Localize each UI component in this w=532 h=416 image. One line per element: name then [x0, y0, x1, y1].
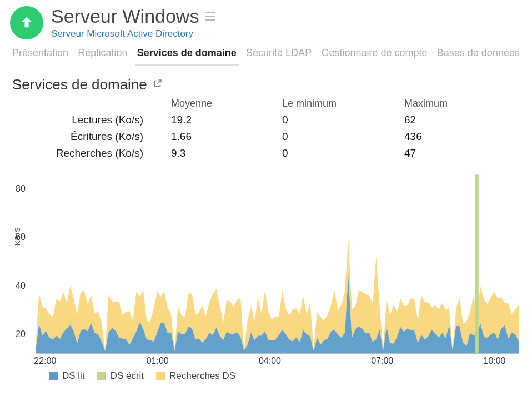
- tab-databases[interactable]: Bases de données: [435, 45, 522, 64]
- ytick: 60: [16, 232, 26, 242]
- row-search-label: Recherches (Ko/s): [10, 147, 171, 159]
- popout-icon[interactable]: [153, 78, 163, 91]
- legend-search: Recherches DS: [156, 370, 235, 382]
- ytick: 40: [16, 281, 26, 291]
- ytick: 80: [16, 184, 26, 194]
- row-reads-avg: 19.2: [171, 114, 282, 126]
- subtitle-link[interactable]: Serveur Microsoft Active Directory: [51, 28, 215, 39]
- legend-swatch-search: [156, 372, 165, 380]
- xtick: 01:00: [147, 356, 169, 366]
- xtick: 07:00: [371, 356, 393, 366]
- legend: DS lit DS écrit Recherches DS: [49, 370, 522, 382]
- legend-swatch-writes: [97, 372, 106, 380]
- chart-svg: [36, 165, 519, 353]
- row-search-max: 47: [404, 147, 515, 159]
- chart: KB/S 20406080: [36, 165, 519, 354]
- tab-ldap-security[interactable]: Sécurité LDAP: [244, 45, 314, 64]
- col-min: Le minimum: [282, 98, 404, 109]
- row-reads-label: Lectures (Ko/s): [10, 114, 171, 126]
- section-title: Services de domaine: [12, 76, 147, 93]
- col-max: Maximum: [404, 98, 515, 109]
- tab-account-manager[interactable]: Gestionnaire de compte: [319, 45, 429, 64]
- row-search-min: 0: [282, 147, 404, 159]
- svg-rect-0: [475, 174, 479, 353]
- stats-table: Moyenne Le minimum Maximum Lectures (Ko/…: [10, 98, 522, 159]
- tab-domain-services[interactable]: Services de domaine: [135, 45, 239, 66]
- row-search-avg: 9.3: [171, 147, 282, 159]
- page-title: Serveur Windows: [51, 6, 199, 27]
- status-up-icon: [10, 6, 43, 39]
- xtick: 22:00: [34, 356, 56, 366]
- tab-bar: Présentation Réplication Services de dom…: [10, 45, 522, 66]
- row-writes-min: 0: [282, 131, 404, 143]
- row-writes-avg: 1.66: [171, 131, 282, 143]
- row-reads-min: 0: [282, 114, 404, 126]
- xtick: 10:00: [483, 356, 505, 366]
- legend-reads-label: DS lit: [62, 370, 85, 382]
- legend-writes-label: DS écrit: [111, 370, 144, 382]
- row-reads-max: 62: [404, 114, 515, 126]
- col-avg: Moyenne: [171, 98, 282, 109]
- menu-icon[interactable]: [205, 12, 215, 21]
- page-header: Serveur Windows Serveur Microsoft Active…: [10, 6, 522, 39]
- row-writes-label: Écritures (Ko/s): [10, 131, 171, 143]
- legend-writes: DS écrit: [97, 370, 144, 382]
- legend-search-label: Recherches DS: [169, 370, 235, 382]
- legend-reads: DS lit: [49, 370, 85, 382]
- legend-swatch-reads: [49, 372, 58, 380]
- tab-replication[interactable]: Réplication: [76, 45, 129, 64]
- xtick: 04:00: [259, 356, 281, 366]
- x-axis: 22:0001:0004:0007:0010:00: [36, 354, 519, 367]
- tab-presentation[interactable]: Présentation: [10, 45, 71, 64]
- ytick: 20: [16, 329, 26, 339]
- row-writes-max: 436: [404, 131, 515, 143]
